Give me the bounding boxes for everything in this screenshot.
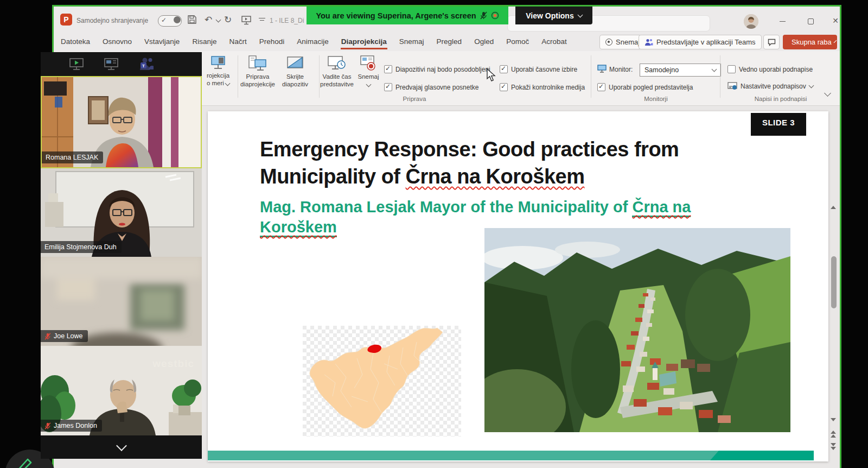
checkbox-icon: [384, 65, 392, 73]
tab-risanje[interactable]: Risanje: [192, 35, 217, 49]
present-in-teams-button[interactable]: Predstavljajte v aplikaciji Teams: [639, 35, 762, 49]
custom-slideshow-icon: [210, 55, 226, 69]
chevron-down-icon: [808, 83, 814, 88]
scroll-up-arrow[interactable]: [831, 206, 836, 209]
presentation-monitor-icon: [104, 58, 119, 71]
checkbox-presenter-view[interactable]: Uporabi pogled predstavitelja: [597, 83, 693, 91]
slide-footer-bar: [208, 451, 814, 460]
mic-muted-icon: [480, 11, 487, 20]
participant-name-label: James Donlon: [41, 420, 102, 432]
maximize-button[interactable]: [801, 14, 820, 27]
start-slideshow-icon[interactable]: [241, 15, 251, 27]
crna-village-photo: [484, 228, 790, 432]
checkbox-play-narrations[interactable]: Predvajaj glasovne posnetke: [384, 83, 478, 91]
video-tile-romana[interactable]: Romana LESJAK: [41, 76, 202, 168]
svg-text:T: T: [142, 64, 145, 68]
video-tile-joe[interactable]: Joe Lowe: [41, 257, 202, 346]
autosave-toggle[interactable]: [158, 15, 182, 27]
video-tile-emilija[interactable]: Emilija Stojmenova Duh: [41, 168, 202, 257]
video-panel-header[interactable]: T: [41, 52, 202, 76]
collapse-ribbon-icon[interactable]: [824, 90, 831, 97]
ribbon-tabs: Datoteka Osnovno Vstavljanje Risanje Nač…: [60, 33, 567, 51]
tab-pregled[interactable]: Pregled: [436, 35, 463, 49]
westbic-logo: westbic: [152, 358, 194, 370]
recording-indicator-icon: [491, 11, 499, 20]
slide-footer-accent: [710, 451, 814, 460]
check-icon: [161, 16, 167, 24]
minimize-button[interactable]: [773, 14, 792, 27]
checkbox-always-use-subtitles[interactable]: Vedno uporabi podnapise: [727, 65, 813, 73]
monitor-icon: [597, 65, 607, 75]
screen-viewing-banner: You are viewing Superina, Argene's scree…: [307, 7, 508, 24]
monitor-dropdown[interactable]: Samodejno: [640, 64, 721, 77]
slide-canvas[interactable]: SLIDE 3 Emergency Response: Good practic…: [208, 111, 828, 461]
share-button[interactable]: Skupna raba: [783, 35, 837, 49]
monitor-label: Monitor:: [609, 66, 633, 73]
checkbox-icon: [597, 83, 605, 91]
toggle-knob: [174, 16, 181, 23]
redo-icon[interactable]: [224, 14, 232, 26]
participant-name-label: Joe Lowe: [41, 330, 88, 342]
video-tile-james[interactable]: westbic James Donlon: [41, 346, 202, 435]
menu-bar: Datoteka Osnovno Vstavljanje Risanje Nač…: [54, 33, 840, 51]
undo-chevron-icon[interactable]: [216, 17, 221, 23]
chevron-down-icon: [833, 40, 837, 43]
subtitle-settings-icon: [727, 82, 737, 90]
scrollbar-thumb[interactable]: [831, 256, 837, 308]
checkbox-use-timings[interactable]: Uporabi časovne izbire: [500, 65, 577, 73]
setup-slideshow-button[interactable]: Priprava diaprojekcije: [237, 55, 278, 88]
slide-number-badge: SLIDE 3: [751, 113, 806, 136]
comment-icon: [768, 39, 776, 46]
teams-app-icon: T: [138, 57, 155, 71]
view-options-button[interactable]: View Options: [515, 7, 592, 24]
account-avatar[interactable]: [744, 14, 758, 29]
checkbox-icon: [500, 65, 508, 73]
undo-icon[interactable]: [205, 14, 212, 26]
rehearse-timings-icon: [328, 55, 346, 71]
chevron-down-icon: [116, 440, 127, 451]
screen: Samodejno shranjevanje 1 - ILE 8_Di: [0, 0, 868, 468]
more-commands-icon[interactable]: [259, 18, 265, 21]
checkbox-keep-slides-updated[interactable]: Diapozitivi naj bodo posodobljeni: [384, 65, 490, 73]
slovenia-map-image: [303, 326, 461, 437]
slideshow-play-icon: [69, 58, 84, 71]
group-label-priprava: Priprava: [379, 96, 450, 102]
tab-datoteka[interactable]: Datoteka: [60, 35, 91, 49]
scroll-down-arrow[interactable]: [831, 418, 836, 421]
rehearse-timings-button[interactable]: Vadite čas predstavitve: [317, 55, 356, 88]
previous-slide-button[interactable]: [831, 431, 837, 438]
tab-osnovno[interactable]: Osnovno: [102, 35, 132, 49]
record-slideshow-icon: [360, 55, 377, 71]
tab-animacije[interactable]: Animacije: [296, 35, 329, 49]
tab-pomoc[interactable]: Pomoč: [506, 35, 529, 49]
powerpoint-icon: [60, 14, 72, 26]
tab-vstavljanje[interactable]: Vstavljanje: [144, 35, 180, 49]
teams-icon: [644, 39, 653, 46]
tab-prehodi[interactable]: Prehodi: [259, 35, 285, 49]
custom-slideshow-button[interactable]: rojekcija o meri: [201, 55, 235, 87]
hide-slide-icon: [286, 55, 304, 71]
chevron-down-icon: [366, 82, 371, 87]
hide-slide-button[interactable]: Skrijte diapozitiv: [278, 55, 312, 88]
tab-acrobat[interactable]: Acrobat: [541, 35, 567, 49]
group-label-napisi: Napisi in podnapisi: [745, 96, 816, 102]
checkbox-icon: [500, 83, 508, 91]
subtitle-settings-button[interactable]: Nastavitve podnapisov: [727, 82, 813, 90]
close-button[interactable]: [826, 14, 845, 27]
mouse-cursor: [487, 68, 496, 85]
chevron-down-icon: [577, 12, 583, 17]
tab-diaprojekcija[interactable]: Diaprojekcija: [341, 35, 387, 49]
tab-ogled[interactable]: Ogled: [474, 35, 494, 49]
collapse-video-panel-button[interactable]: [41, 435, 202, 459]
comments-button[interactable]: [763, 35, 780, 49]
record-slideshow-button[interactable]: Snemaj: [355, 55, 381, 88]
autosave-label: Samodejno shranjevanje: [76, 17, 148, 24]
chevron-down-icon: [712, 67, 717, 72]
pencil-icon: [12, 456, 34, 468]
next-slide-button[interactable]: [831, 443, 837, 450]
tab-snemaj[interactable]: Snemaj: [399, 35, 425, 49]
record-icon: [605, 39, 612, 46]
checkbox-show-media-controls[interactable]: Pokaži kontrolnike medija: [500, 83, 585, 91]
save-icon[interactable]: [187, 15, 197, 27]
tab-nacrt[interactable]: Načrt: [228, 35, 247, 49]
